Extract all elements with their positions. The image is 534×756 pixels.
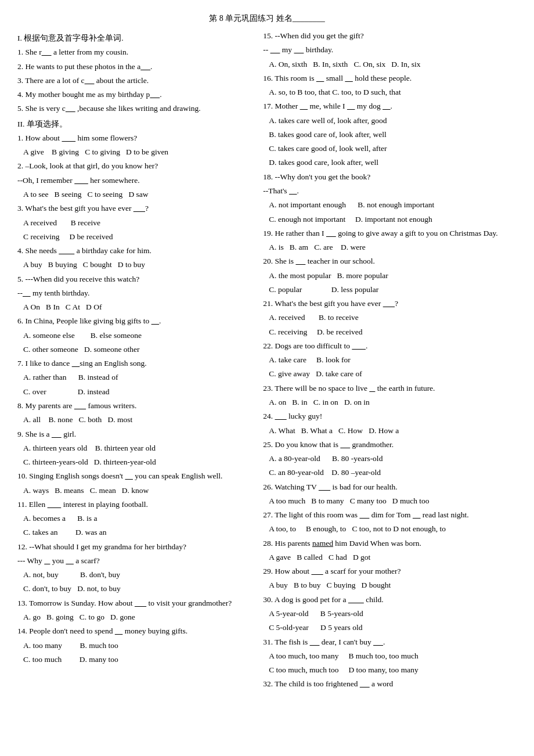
- list-item: C. other someone D. someone other: [17, 343, 251, 356]
- list-item: A. go B. going C. to go D. gone: [17, 611, 251, 624]
- list-item: D. takes good care, look after, well: [263, 156, 517, 169]
- list-item: C receiving D be received: [17, 231, 251, 243]
- list-item: -- my tenth birthday.: [17, 287, 251, 300]
- list-item: 5. ---When did you receive this watch?: [17, 273, 251, 286]
- list-item: 4. My mother bought me as my birthday p …: [17, 88, 251, 101]
- list-item: A. on B. in C. in on D. on in: [263, 396, 517, 409]
- list-item: B. takes good care of, look after, well: [263, 128, 517, 141]
- list-item: 25. Do you know that is grandmother.: [263, 438, 517, 451]
- list-item: A to see B seeing C to seeing D saw: [17, 188, 251, 201]
- list-item: C. takes care good of, look well, after: [263, 142, 517, 155]
- list-item: A. thirteen years old B. thirteen year o…: [17, 442, 251, 455]
- list-item: 14. People don't need to spend money buy…: [17, 625, 251, 638]
- list-item: A gave B called C had D got: [263, 551, 517, 564]
- list-item: --That's .: [263, 185, 517, 197]
- list-item: 13. Tomorrow is Sunday. How about to vis…: [17, 597, 251, 610]
- list-item: C 5-old-year D 5 years old: [263, 621, 517, 634]
- list-item: --Oh, I remember her somewhere.: [17, 174, 251, 187]
- list-item: 17. Mother me, while I my dog .: [263, 100, 517, 113]
- section2-header: II. 单项选择。: [17, 118, 251, 131]
- list-item: C. enough not important D. important not…: [263, 213, 517, 226]
- list-item: A. takes care well of, look after, good: [263, 114, 517, 127]
- list-item: 4. She needs a birthday cake for him.: [17, 244, 251, 257]
- list-item: A. all B. none C. both D. most: [17, 413, 251, 426]
- list-item: 20. She is teacher in our school.: [263, 255, 517, 268]
- list-item: 9. She is a girl.: [17, 428, 251, 441]
- list-item: -- my birthday.: [263, 44, 517, 56]
- list-item: 1. She r a letter from my cousin.: [17, 46, 251, 59]
- page-title: 第 8 单元巩固练习 姓名________: [17, 12, 517, 25]
- list-item: A. is B. am C. are D. were: [263, 241, 517, 254]
- list-item: A too much B to many C many too D much t…: [263, 495, 517, 507]
- list-item: 18. --Why don't you get the book?: [263, 171, 517, 183]
- list-item: 12. --What should I get my grandma for h…: [17, 541, 251, 553]
- list-item: 15. --When did you get the gift?: [263, 30, 517, 42]
- list-item: 28. His parents named him David When was…: [263, 537, 517, 550]
- list-item: A. What B. What a C. How D. How a: [263, 424, 517, 437]
- list-item: 16. This room is small hold these people…: [263, 72, 517, 85]
- list-item: A. so, to B too, that C. too, to D such,…: [263, 86, 517, 99]
- list-item: 10. Singing English songs doesn't you ca…: [17, 470, 251, 483]
- right-column: 15. --When did you get the gift? -- my b…: [263, 30, 517, 692]
- list-item: 31. The fish is dear, I can't buy .: [263, 636, 517, 649]
- list-item: C. too much D. many too: [17, 653, 251, 666]
- list-item: C. receiving D. be received: [263, 326, 517, 339]
- list-item: 21. What's the best gift you have ever ?: [263, 297, 517, 310]
- list-item: 27. The light of this room was dim for T…: [263, 509, 517, 521]
- list-item: C. popular D. less popular: [263, 283, 517, 296]
- list-item: C. an 80-year-old D. 80 –year-old: [263, 466, 517, 479]
- list-item: 3. What's the best gift you have ever ?: [17, 202, 251, 215]
- list-item: C. don't, to buy D. not, to buy: [17, 582, 251, 595]
- left-column: I. 根据句意及首字母补全单词. 1. She r a letter from …: [17, 30, 251, 692]
- list-item: 1. How about him some flowers?: [17, 132, 251, 145]
- list-item: C. give away D. take care of: [263, 368, 517, 380]
- list-item: C. takes an D. was an: [17, 526, 251, 539]
- list-item: 5. She is very c ,because she likes writ…: [17, 102, 251, 115]
- list-item: A. not, buy B. don't, buy: [17, 568, 251, 581]
- list-item: A. ways B. means C. mean D. know: [17, 484, 251, 497]
- list-item: A too, to B enough, to C too, not to D n…: [263, 523, 517, 535]
- list-item: A On B In C At D Of: [17, 301, 251, 314]
- list-item: A. too many B. much too: [17, 639, 251, 652]
- list-item: 30. A dog is good pet for a child.: [263, 593, 517, 606]
- list-item: 3. There are a lot of c about the articl…: [17, 74, 251, 87]
- list-item: 32. The child is too frightened a word: [263, 678, 517, 690]
- list-item: A. a 80-year-old B. 80 -years-old: [263, 452, 517, 465]
- list-item: A. the most popular B. more popular: [263, 269, 517, 282]
- list-item: A buy B buying C bought D to buy: [17, 258, 251, 271]
- list-item: 6. In China, People like giving big gift…: [17, 315, 251, 327]
- list-item: 2. He wants to put these photos in the a…: [17, 60, 251, 73]
- list-item: C. thirteen-years-old D. thirteen-year-o…: [17, 456, 251, 469]
- list-item: A give B giving C to giving D to be give…: [17, 146, 251, 159]
- section1-header: I. 根据句意及首字母补全单词.: [17, 32, 251, 45]
- list-item: A. rather than B. instead of: [17, 371, 251, 384]
- list-item: 24. lucky guy!: [263, 410, 517, 423]
- list-item: A. someone else B. else someone: [17, 329, 251, 342]
- list-item: A. On, sixth B. In, sixth C. On, six D. …: [263, 58, 517, 71]
- list-item: 22. Dogs are too difficult to .: [263, 340, 517, 352]
- list-item: A. not important enough B. not enough im…: [263, 199, 517, 211]
- list-item: A. received B. to receive: [263, 311, 517, 324]
- list-item: 2. –Look, look at that girl, do you know…: [17, 160, 251, 172]
- list-item: 23. There will be no space to live the e…: [263, 382, 517, 395]
- list-item: A received B receive: [17, 217, 251, 229]
- list-item: A 5-year-old B 5-years-old: [263, 607, 517, 620]
- list-item: 8. My parents are famous writers.: [17, 399, 251, 412]
- list-item: 11. Ellen interest in playing football.: [17, 498, 251, 511]
- list-item: A buy B to buy C buying D bought: [263, 579, 517, 592]
- list-item: A. take care B. look for: [263, 354, 517, 366]
- list-item: C. over D. instead: [17, 386, 251, 398]
- list-item: 19. He rather than I going to give away …: [263, 227, 517, 240]
- list-item: 29. How about a scarf for your mother?: [263, 565, 517, 578]
- list-item: --- Why you a scarf?: [17, 555, 251, 567]
- list-item: A. becomes a B. is a: [17, 512, 251, 525]
- list-item: 26. Watching TV is bad for our health.: [263, 481, 517, 494]
- list-item: C too much, much too D too many, too man…: [263, 664, 517, 676]
- list-item: A too much, too many B much too, too muc…: [263, 650, 517, 663]
- list-item: 7. I like to dance sing an English song.: [17, 357, 251, 370]
